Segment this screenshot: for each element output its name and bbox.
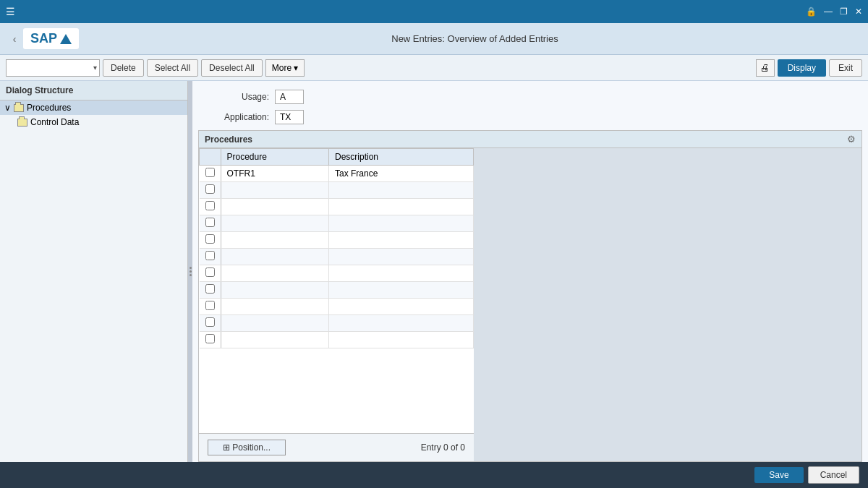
cell-procedure bbox=[221, 265, 329, 282]
row-checkbox-cell bbox=[200, 182, 221, 199]
entry-info: Entry 0 of 0 bbox=[421, 442, 465, 453]
table-row bbox=[200, 332, 474, 348]
sidebar-item-control-data[interactable]: Control Data bbox=[13, 115, 187, 129]
table-row bbox=[200, 215, 474, 232]
drag-dot-1 bbox=[190, 267, 192, 269]
cell-procedure bbox=[221, 315, 329, 332]
delete-button[interactable]: Delete bbox=[103, 59, 144, 77]
row-checkbox-cell bbox=[200, 232, 221, 249]
drag-dot-3 bbox=[190, 274, 192, 276]
cell-procedure bbox=[221, 215, 329, 232]
table-row bbox=[200, 182, 474, 199]
row-checkbox[interactable] bbox=[205, 334, 215, 343]
close-btn[interactable]: ✕ bbox=[855, 7, 862, 17]
row-checkbox[interactable] bbox=[205, 301, 215, 310]
col-procedure: Procedure bbox=[221, 149, 329, 166]
cell-procedure bbox=[221, 282, 329, 299]
row-checkbox-cell bbox=[200, 199, 221, 215]
back-button[interactable]: ‹ bbox=[6, 30, 23, 48]
row-checkbox[interactable] bbox=[205, 284, 215, 294]
row-checkbox-cell bbox=[200, 332, 221, 348]
toolbar-right: 🖨 Display Exit bbox=[756, 59, 862, 77]
minimize-btn[interactable]: — bbox=[824, 7, 833, 17]
lock-icon: 🔒 bbox=[806, 7, 817, 17]
app-title: New Entries: Overview of Added Entries bbox=[88, 33, 862, 44]
cell-description bbox=[329, 232, 474, 249]
application-row: Application: TX bbox=[204, 110, 856, 124]
procedures-table-wrap: Procedure Description OTFR1Tax France ⊞ … bbox=[199, 148, 861, 461]
procedures-expand-icon: ∨ bbox=[4, 103, 11, 113]
deselect-all-button[interactable]: Deselect All bbox=[201, 59, 263, 77]
row-checkbox[interactable] bbox=[205, 218, 215, 227]
row-checkbox[interactable] bbox=[205, 201, 215, 210]
table-row bbox=[200, 265, 474, 282]
sidebar-item-procedures[interactable]: ∨ Procedures bbox=[0, 100, 187, 115]
print-button[interactable]: 🖨 bbox=[756, 59, 775, 77]
hamburger-icon[interactable]: ☰ bbox=[6, 6, 15, 17]
exit-button[interactable]: Exit bbox=[829, 59, 862, 77]
cell-description bbox=[329, 249, 474, 265]
cell-description bbox=[329, 332, 474, 348]
cell-description bbox=[329, 182, 474, 199]
more-arrow-icon: ▾ bbox=[294, 63, 298, 73]
procedures-section: Procedures ⚙ Procedure Description bbox=[198, 130, 862, 462]
table-footer: ⊞ Position... Entry 0 of 0 bbox=[199, 433, 474, 461]
main-area: Dialog Structure ∨ Procedures Control Da… bbox=[0, 81, 868, 462]
cell-description bbox=[329, 282, 474, 299]
more-button[interactable]: More ▾ bbox=[265, 59, 305, 77]
row-checkbox[interactable] bbox=[205, 267, 215, 277]
drag-dot-2 bbox=[190, 270, 192, 273]
toolbar-dropdown-wrap: ▾ bbox=[6, 59, 100, 77]
cell-description bbox=[329, 299, 474, 315]
save-button[interactable]: Save bbox=[754, 467, 803, 483]
row-checkbox-cell bbox=[200, 215, 221, 232]
display-button[interactable]: Display bbox=[778, 59, 826, 77]
application-label: Application: bbox=[204, 112, 269, 122]
settings-icon[interactable]: ⚙ bbox=[847, 134, 856, 145]
title-bar: ☰ 🔒 — ❐ ✕ bbox=[0, 0, 868, 23]
cell-procedure bbox=[221, 182, 329, 199]
bottom-bar: Save Cancel bbox=[0, 462, 868, 488]
procedures-table-main: Procedure Description OTFR1Tax France ⊞ … bbox=[199, 148, 474, 461]
position-button[interactable]: ⊞ Position... bbox=[208, 440, 286, 455]
col-description: Description bbox=[329, 149, 474, 166]
app-bar: ‹ SAP New Entries: Overview of Added Ent… bbox=[0, 23, 868, 55]
cell-procedure bbox=[221, 199, 329, 215]
table-row bbox=[200, 282, 474, 299]
table-header: Procedure Description bbox=[200, 149, 474, 166]
cell-procedure bbox=[221, 232, 329, 249]
table-row bbox=[200, 299, 474, 315]
maximize-btn[interactable]: ❐ bbox=[840, 7, 848, 17]
cell-procedure bbox=[221, 299, 329, 315]
table-right-area bbox=[474, 148, 861, 461]
row-checkbox-cell bbox=[200, 166, 221, 182]
toolbar: ▾ Delete Select All Deselect All More ▾ … bbox=[0, 55, 868, 81]
table-body: OTFR1Tax France bbox=[200, 166, 474, 348]
row-checkbox-cell bbox=[200, 282, 221, 299]
title-bar-right: 🔒 — ❐ ✕ bbox=[806, 7, 862, 17]
cancel-button[interactable]: Cancel bbox=[808, 466, 859, 484]
sap-logo: SAP bbox=[23, 28, 79, 49]
row-checkbox[interactable] bbox=[205, 184, 215, 194]
row-checkbox[interactable] bbox=[205, 251, 215, 260]
cell-description: Tax France bbox=[329, 166, 474, 182]
row-checkbox[interactable] bbox=[205, 317, 215, 327]
col-checkbox bbox=[200, 149, 221, 166]
table-container[interactable]: Procedure Description OTFR1Tax France bbox=[199, 148, 474, 433]
usage-label: Usage: bbox=[204, 92, 269, 102]
row-checkbox-cell bbox=[200, 299, 221, 315]
cell-procedure bbox=[221, 332, 329, 348]
sap-logo-text: SAP bbox=[30, 31, 57, 46]
cell-description bbox=[329, 199, 474, 215]
table-row bbox=[200, 199, 474, 215]
application-value: TX bbox=[275, 110, 304, 124]
form-section: Usage: A Application: TX bbox=[192, 81, 868, 130]
row-checkbox[interactable] bbox=[205, 168, 215, 177]
select-all-button[interactable]: Select All bbox=[147, 59, 198, 77]
row-checkbox[interactable] bbox=[205, 234, 215, 244]
usage-value: A bbox=[275, 90, 304, 104]
table-header-row: Procedure Description bbox=[200, 149, 474, 166]
toolbar-dropdown[interactable] bbox=[6, 59, 100, 77]
dialog-structure-header: Dialog Structure bbox=[0, 81, 187, 100]
more-label: More bbox=[272, 63, 292, 73]
